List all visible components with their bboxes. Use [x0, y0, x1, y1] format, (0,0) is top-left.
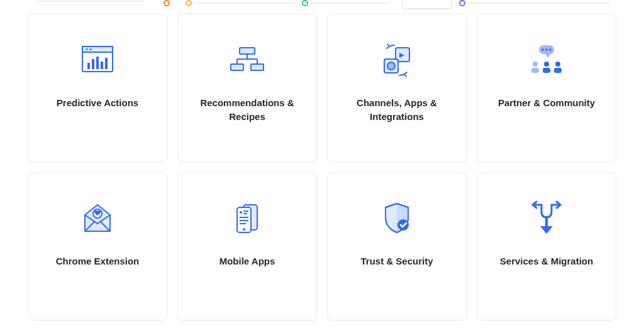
card-title: Mobile Apps: [219, 254, 275, 268]
svg-point-6: [86, 48, 88, 50]
svg-rect-32: [554, 68, 562, 73]
migration-arrow-icon: [526, 194, 567, 243]
card-title: Partner & Community: [498, 96, 595, 110]
svg-point-31: [555, 62, 560, 67]
svg-rect-8: [87, 63, 90, 69]
svg-rect-18: [231, 64, 243, 70]
chart-window-icon: [77, 36, 118, 85]
mobile-apps-icon: [227, 194, 267, 243]
svg-rect-11: [101, 62, 103, 69]
svg-rect-9: [92, 59, 94, 69]
svg-rect-12: [105, 58, 108, 69]
card-title: Services & Migration: [500, 254, 593, 268]
svg-rect-10: [96, 57, 99, 69]
card-services-migration[interactable]: Services & Migration: [477, 172, 616, 320]
svg-point-27: [533, 62, 538, 67]
svg-rect-28: [531, 68, 539, 73]
apps-sync-icon: [377, 36, 417, 85]
envelope-heart-icon: [77, 194, 118, 243]
card-title: Channels, Apps & Integrations: [340, 96, 453, 124]
card-trust-security[interactable]: Trust & Security: [327, 172, 467, 320]
svg-point-36: [240, 211, 242, 214]
card-channels-apps-integrations[interactable]: Channels, Apps & Integrations: [327, 14, 467, 162]
card-chrome-extension[interactable]: Chrome Extension: [28, 172, 167, 320]
card-recommendations-recipes[interactable]: Recommendations & Recipes: [177, 14, 317, 162]
svg-point-29: [544, 62, 549, 67]
card-title: Predictive Actions: [57, 96, 138, 110]
card-mobile-apps[interactable]: Mobile Apps: [177, 172, 317, 320]
svg-point-25: [545, 48, 548, 51]
svg-rect-30: [543, 68, 550, 73]
card-title: Trust & Security: [360, 254, 433, 268]
svg-point-42: [243, 228, 245, 231]
card-predictive-actions[interactable]: Predictive Actions: [28, 14, 167, 162]
svg-point-24: [541, 48, 544, 51]
svg-point-22: [387, 62, 395, 70]
card-partner-community[interactable]: Partner & Community: [477, 14, 616, 162]
community-icon: [526, 36, 567, 85]
svg-point-26: [549, 48, 552, 51]
svg-rect-13: [240, 48, 255, 54]
shield-check-icon: [377, 194, 417, 243]
feature-cards-grid: Predictive Actions Recommendations & Rec…: [0, 0, 644, 327]
card-title: Recommendations & Recipes: [191, 96, 304, 124]
flowchart-icon: [227, 36, 267, 85]
svg-point-43: [397, 219, 409, 231]
card-title: Chrome Extension: [56, 254, 140, 268]
svg-rect-19: [251, 64, 264, 70]
svg-point-7: [90, 48, 92, 50]
